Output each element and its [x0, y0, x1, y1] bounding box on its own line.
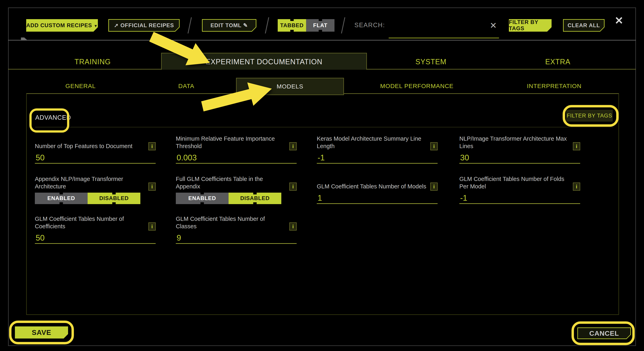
view-toggle-tabbed[interactable]: TABBED	[278, 19, 306, 32]
edit-toml-label: EDIT TOML	[210, 22, 242, 29]
field-label-text: GLM Coefficient Tables Number of Classes	[176, 215, 286, 230]
field-label-text: Appendix NLP/Image Transformer Architect…	[35, 175, 145, 190]
field-glm-coefficient-tables-number-of-classes: GLM Coefficient Tables Number of Classes…	[176, 213, 297, 247]
filter-by-tags-button[interactable]: FILTER BY TAGS	[509, 19, 552, 32]
view-mode-toggle: TABBED FLAT	[278, 19, 334, 32]
field-label-text: Minimum Relative Feature Importance Thre…	[176, 135, 286, 150]
field-glm-coefficient-tables-number-of-models: GLM Coefficient Tables Number of Modelsi…	[317, 173, 438, 208]
field-value-input[interactable]: 50	[35, 233, 156, 244]
search-input[interactable]	[389, 26, 499, 38]
external-link-icon: ➚	[114, 22, 119, 29]
info-icon[interactable]: i	[430, 142, 438, 150]
info-icon[interactable]: i	[148, 183, 156, 191]
toggle-option-disabled[interactable]: DISABLED	[228, 193, 281, 204]
info-icon[interactable]: i	[290, 183, 297, 191]
field-label-text: Number of Top Features to Document	[35, 142, 132, 150]
field-label-text: NLP/Image Transformer Architecture Max L…	[459, 135, 570, 150]
info-icon[interactable]: i	[573, 183, 580, 191]
tab-extra[interactable]: EXTRA	[545, 58, 570, 66]
subtab-general[interactable]: GENERAL	[66, 83, 96, 90]
field-value-input[interactable]: 50	[35, 153, 156, 164]
field-value-input[interactable]: 9	[176, 233, 297, 244]
advanced-section-divider	[35, 127, 613, 127]
chevron-down-icon: ▼	[94, 24, 98, 28]
toggle-option-enabled[interactable]: ENABLED	[35, 193, 88, 204]
edit-toml-button[interactable]: EDIT TOML ✎	[202, 19, 256, 32]
toggle-option-enabled[interactable]: ENABLED	[176, 193, 228, 204]
field-label: Keras Model Architecture Summary Line Le…	[317, 133, 427, 150]
toolbar-divider-line	[8, 40, 636, 41]
field-value-input[interactable]: 1	[317, 193, 438, 204]
info-icon[interactable]: i	[290, 142, 297, 150]
info-icon[interactable]: i	[290, 222, 297, 230]
field-value-input[interactable]: -1	[317, 153, 438, 164]
field-appendix-nlp-image-transformer-architecture: Appendix NLP/Image Transformer Architect…	[35, 173, 156, 208]
advanced-section-label: ADVANCED	[35, 114, 71, 121]
save-button[interactable]: SAVE	[15, 326, 68, 338]
field-label: Number of Top Features to Document	[35, 133, 145, 150]
info-icon[interactable]: i	[430, 183, 438, 191]
field-value-input[interactable]: 0.003	[176, 153, 297, 164]
field-keras-model-architecture-summary-line-length: Keras Model Architecture Summary Line Le…	[317, 133, 438, 167]
field-full-glm-coefficients-table-in-the-appendix: Full GLM Coefficients Table in the Appen…	[176, 173, 297, 208]
search-clear-icon[interactable]: ✕	[490, 21, 497, 31]
subtab-models[interactable]: MODELS	[277, 83, 304, 90]
expert-settings-page: ADD CUSTOM RECIPES ▼ ➚ OFFICIAL RECIPES …	[0, 0, 644, 351]
cancel-button[interactable]: CANCEL	[577, 327, 631, 339]
field-nlp-image-transformer-architecture-max-lines: NLP/Image Transformer Architecture Max L…	[459, 133, 580, 167]
field-label: GLM Coefficient Tables Number of Classes	[176, 213, 286, 230]
field-toggle: ENABLEDDISABLED	[176, 193, 281, 204]
tab-experiment-documentation[interactable]: EXPERIMENT DOCUMENTATION	[206, 58, 322, 66]
subtab-interpretation[interactable]: INTERPRETATION	[527, 83, 581, 90]
tab-system[interactable]: SYSTEM	[416, 58, 446, 66]
official-recipes-button[interactable]: ➚ OFFICIAL RECIPES	[108, 19, 180, 32]
field-label-text: GLM Coefficient Tables Number of Models	[317, 183, 426, 190]
field-minimum-relative-feature-importance-threshold: Minimum Relative Feature Importance Thre…	[176, 133, 297, 167]
add-custom-recipes-button[interactable]: ADD CUSTOM RECIPES ▼	[26, 19, 98, 32]
field-number-of-top-features-to-document: Number of Top Features to Documenti50	[35, 133, 156, 167]
search-label: SEARCH:	[354, 22, 385, 29]
tab-training[interactable]: TRAINING	[74, 58, 111, 66]
field-label-text: Keras Model Architecture Summary Line Le…	[317, 135, 427, 150]
field-label-text: GLM Coefficient Tables Number of Folds P…	[459, 175, 570, 190]
filter-by-tags-label: FILTER BY TAGS	[509, 19, 552, 32]
field-label: Full GLM Coefficients Table in the Appen…	[176, 173, 286, 190]
subtab-data[interactable]: DATA	[178, 83, 194, 90]
info-icon[interactable]: i	[148, 222, 156, 230]
field-label: Appendix NLP/Image Transformer Architect…	[35, 173, 145, 190]
field-label: GLM Coefficient Tables Number of Models	[317, 173, 427, 190]
toggle-option-disabled[interactable]: DISABLED	[88, 193, 140, 204]
field-value-input[interactable]: -1	[459, 193, 580, 204]
pencil-icon: ✎	[243, 22, 248, 29]
close-icon[interactable]: ✕	[614, 15, 624, 27]
info-icon[interactable]: i	[573, 142, 580, 150]
field-label: GLM Coefficient Tables Number of Coeffic…	[35, 213, 145, 230]
official-recipes-label: OFFICIAL RECIPES	[120, 22, 174, 29]
field-toggle: ENABLEDDISABLED	[35, 193, 140, 204]
clear-all-label: CLEAR ALL	[568, 22, 600, 29]
field-label: Minimum Relative Feature Importance Thre…	[176, 133, 286, 150]
field-label-text: Full GLM Coefficients Table in the Appen…	[176, 175, 286, 190]
clear-all-button[interactable]: CLEAR ALL	[563, 19, 604, 32]
field-value-input[interactable]: 30	[459, 153, 580, 164]
info-icon[interactable]: i	[148, 142, 156, 150]
panel-filter-by-tags-label: FILTER BY TAGS	[567, 113, 612, 119]
add-custom-recipes-label: ADD CUSTOM RECIPES	[26, 22, 92, 29]
panel-filter-by-tags-button[interactable]: FILTER BY TAGS	[566, 110, 612, 122]
field-glm-coefficient-tables-number-of-coefficients: GLM Coefficient Tables Number of Coeffic…	[35, 213, 156, 247]
cancel-label: CANCEL	[589, 329, 619, 337]
field-label-text: GLM Coefficient Tables Number of Coeffic…	[35, 215, 145, 230]
subtab-model-performance[interactable]: MODEL PERFORMANCE	[380, 83, 454, 90]
view-toggle-flat[interactable]: FLAT	[306, 19, 334, 32]
field-label: NLP/Image Transformer Architecture Max L…	[459, 133, 570, 150]
field-label: GLM Coefficient Tables Number of Folds P…	[459, 173, 570, 190]
save-label: SAVE	[32, 328, 51, 336]
field-glm-coefficient-tables-number-of-folds-per-model: GLM Coefficient Tables Number of Folds P…	[459, 173, 580, 208]
